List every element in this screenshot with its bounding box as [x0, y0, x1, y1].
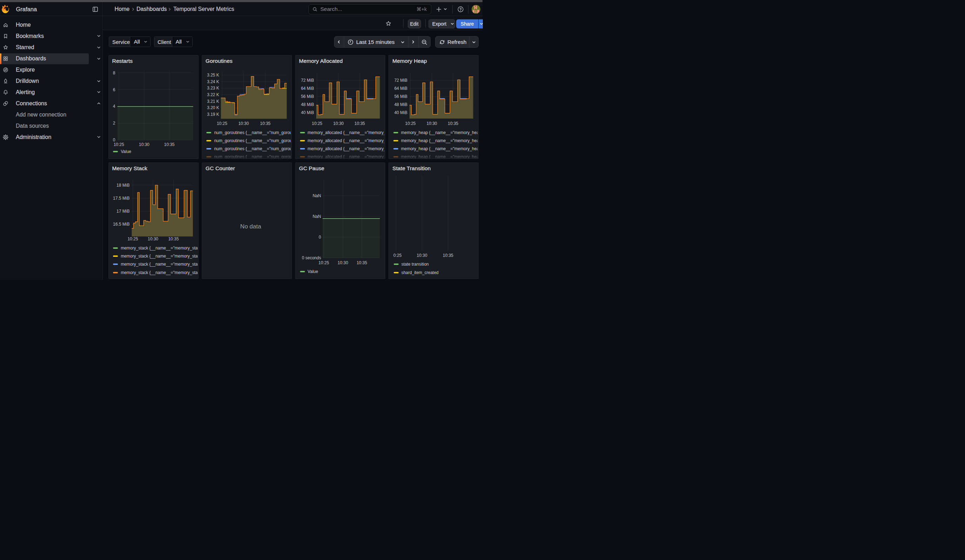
- svg-text:10:25: 10:25: [113, 142, 124, 147]
- svg-text:10:30: 10:30: [417, 253, 427, 258]
- svg-text:10:30: 10:30: [238, 121, 249, 126]
- svg-text:0:25: 0:25: [393, 253, 402, 258]
- svg-text:64 MiB: 64 MiB: [301, 86, 314, 91]
- svg-text:40 MiB: 40 MiB: [394, 111, 407, 116]
- svg-text:10:25: 10:25: [128, 237, 138, 242]
- svg-text:3.22 K: 3.22 K: [207, 92, 219, 97]
- svg-text:3.24 K: 3.24 K: [207, 79, 219, 84]
- svg-text:3.19 K: 3.19 K: [207, 112, 219, 117]
- svg-text:18 MiB: 18 MiB: [116, 183, 129, 188]
- svg-text:16.5 MiB: 16.5 MiB: [113, 222, 129, 227]
- svg-text:0: 0: [319, 235, 321, 240]
- svg-text:2: 2: [113, 121, 115, 126]
- svg-text:56 MiB: 56 MiB: [301, 94, 314, 99]
- svg-text:10:35: 10:35: [357, 260, 367, 265]
- svg-text:0 seconds: 0 seconds: [302, 255, 321, 260]
- svg-text:10:30: 10:30: [427, 121, 437, 126]
- svg-text:3.20 K: 3.20 K: [207, 105, 219, 110]
- svg-text:56 MiB: 56 MiB: [394, 94, 407, 99]
- svg-text:72 MiB: 72 MiB: [301, 78, 314, 83]
- svg-text:48 MiB: 48 MiB: [394, 102, 407, 107]
- svg-text:10:35: 10:35: [260, 121, 271, 126]
- svg-text:10:25: 10:25: [405, 121, 416, 126]
- svg-text:3.23 K: 3.23 K: [207, 86, 219, 90]
- svg-text:4: 4: [113, 104, 115, 109]
- svg-text:8: 8: [113, 70, 115, 75]
- svg-text:10:30: 10:30: [139, 142, 149, 147]
- svg-text:NaN: NaN: [312, 193, 321, 198]
- svg-text:10:35: 10:35: [443, 253, 453, 258]
- svg-text:40 MiB: 40 MiB: [301, 111, 314, 116]
- svg-text:10:35: 10:35: [164, 142, 174, 147]
- svg-text:0: 0: [113, 137, 115, 142]
- svg-text:10:35: 10:35: [168, 237, 178, 242]
- svg-text:10:30: 10:30: [338, 260, 348, 265]
- svg-text:3.21 K: 3.21 K: [207, 99, 219, 104]
- svg-text:17.5 MiB: 17.5 MiB: [113, 196, 129, 200]
- svg-text:10:30: 10:30: [148, 237, 158, 242]
- svg-text:10:25: 10:25: [319, 260, 329, 265]
- svg-text:3.25 K: 3.25 K: [207, 73, 219, 78]
- svg-text:10:35: 10:35: [448, 121, 458, 126]
- svg-text:10:35: 10:35: [355, 121, 365, 126]
- svg-text:72 MiB: 72 MiB: [394, 78, 407, 83]
- svg-text:17 MiB: 17 MiB: [116, 209, 129, 214]
- svg-text:10:25: 10:25: [216, 121, 227, 126]
- svg-text:10:30: 10:30: [333, 121, 343, 126]
- svg-text:NaN: NaN: [312, 214, 321, 219]
- svg-text:10:25: 10:25: [312, 121, 322, 126]
- svg-text:6: 6: [113, 87, 115, 92]
- svg-text:64 MiB: 64 MiB: [394, 86, 407, 91]
- svg-text:48 MiB: 48 MiB: [301, 102, 314, 107]
